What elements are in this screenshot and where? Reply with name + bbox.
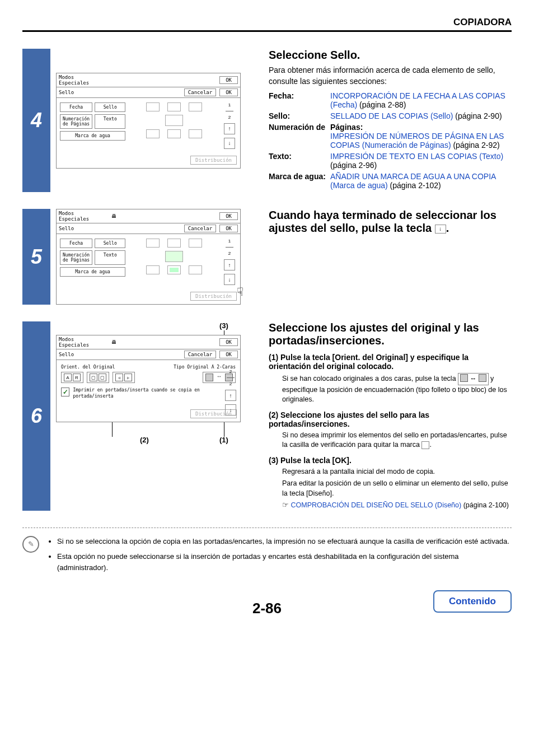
up-arrow-button[interactable]: ↑ — [224, 123, 235, 134]
cancel-button[interactable]: Cancelar — [184, 88, 216, 96]
sub-title: Sello — [59, 226, 74, 231]
step4-ui-panel: Modos Especiales OK Sello Cancelar OK Fe… — [56, 73, 241, 169]
step5-heading: Cuando haya terminado de seleccionar los… — [269, 209, 512, 235]
step4-definitions: Fecha: INCORPORACIÓN DE LA FECHA A LAS C… — [269, 91, 512, 190]
ui-title: Modos Especiales — [59, 74, 89, 86]
down-arrow-button[interactable]: ↓ — [224, 138, 235, 149]
step6-heading: Seleccione los ajustes del original y la… — [269, 321, 512, 347]
link-sello[interactable]: SELLADO DE LAS COPIAS (Sello) — [330, 111, 453, 120]
ui-title: Modos Especiales — [59, 211, 89, 222]
callout-2: (2) — [140, 436, 149, 444]
substep1-text: Si se han colocado originales a dos cara… — [282, 373, 512, 405]
substep1-heading: (1) Pulse la tecla [Orient. del Original… — [269, 353, 512, 371]
step6-ui-panel: Modos Especiales 🖶 OK Sello Cancelar OK — [56, 335, 241, 422]
pager-bottom: 2 — [229, 381, 232, 386]
callout-3: (3) — [219, 321, 228, 330]
step-4: 4 Modos Especiales OK Sello Cancelar OK … — [22, 49, 512, 192]
step4-intro: Para obtener más información acerca de c… — [269, 65, 512, 87]
printer-icon: 🖶 — [111, 339, 116, 345]
substep3-heading: (3) Pulse la tecla [OK]. — [269, 456, 512, 465]
def-num-term: Numeración de — [269, 123, 330, 132]
fecha-button[interactable]: Fecha — [60, 102, 92, 112]
down-arrow-button[interactable]: ↓ — [225, 404, 236, 416]
texto-button[interactable]: Texto — [95, 250, 125, 265]
printer-icon: 🖶 — [111, 213, 116, 219]
step-5: 5 Modos Especiales 🖶 OK Sello Cancelar O… — [22, 209, 512, 305]
cancel-button[interactable]: Cancelar — [184, 225, 216, 232]
step5-bar: 5 — [22, 209, 50, 305]
up-arrow-button[interactable]: ↑ — [225, 390, 236, 401]
numeracion-button[interactable]: Numeración de Páginas — [60, 250, 92, 265]
note-1: Si no se selecciona la opción de copia e… — [57, 536, 512, 547]
pager-top: 2 — [229, 369, 232, 374]
ok-button-2[interactable]: OK — [219, 225, 238, 232]
orient-option-2[interactable]: ▢▢ — [87, 372, 109, 383]
contenido-button[interactable]: Contenido — [433, 590, 512, 613]
substep3-text1: Regresará a la pantalla inicial del modo… — [282, 467, 512, 477]
pager-bottom: 2 — [228, 115, 231, 120]
numeracion-button[interactable]: Numeración de Páginas — [60, 114, 92, 129]
def-texto-term: Texto: — [269, 152, 330, 170]
step6-number: 6 — [31, 404, 42, 428]
link-fecha[interactable]: INCORPORACIÓN DE LA FECHA A LAS COPIAS (… — [330, 91, 505, 109]
def-fecha-term: Fecha: — [269, 91, 330, 109]
marca-button[interactable]: Marca de agua — [60, 267, 125, 277]
layout-preview — [130, 102, 218, 149]
sub-title: Sello — [59, 90, 74, 95]
sello-button[interactable]: Sello — [95, 239, 125, 248]
layout-preview — [130, 239, 218, 285]
step4-heading: Seleccione Sello. — [269, 49, 512, 62]
ok-button[interactable]: OK — [219, 76, 238, 84]
distribucion-button[interactable]: Distribución — [190, 156, 237, 165]
ok-button-2[interactable]: OK — [219, 351, 238, 358]
substep3-text2: Para editar la posición de un sello o el… — [282, 479, 512, 498]
up-arrow-button[interactable]: ↑ — [224, 259, 235, 270]
step4-number: 4 — [31, 109, 42, 132]
sello-button[interactable]: Sello — [95, 102, 125, 112]
step6-bar: 6 — [22, 321, 50, 511]
distribucion-button[interactable]: Distribución — [190, 292, 237, 301]
empty-checkbox-icon — [421, 441, 429, 449]
pointer-hand-icon: ☟ — [237, 285, 243, 298]
def-sello-term: Sello: — [269, 111, 330, 120]
marca-button[interactable]: Marca de agua — [60, 131, 125, 141]
substep3-link: ☞ COMPROBACIÓN DEL DISEÑO DEL SELLO (Dis… — [282, 501, 512, 511]
link-texto[interactable]: IMPRESIÓN DE TEXTO EN LAS COPIAS (Texto) — [330, 152, 503, 161]
sub-title: Sello — [59, 352, 74, 357]
down-key-icon: ↓ — [435, 225, 446, 234]
book-icon — [460, 374, 468, 382]
note-2: Esta opción no puede seleccionarse si la… — [57, 551, 512, 573]
page-icon — [479, 374, 486, 382]
orient-label: Orient. del Original — [61, 365, 115, 370]
orient-option-3[interactable]: ◃▹ — [113, 372, 135, 383]
step-6: 6 (3) Modos Especiales 🖶 OK Sello Cancel… — [22, 321, 512, 511]
cancel-button[interactable]: Cancelar — [184, 351, 216, 358]
def-marca-term: Marca de agua: — [269, 172, 330, 190]
step5-ui-panel: Modos Especiales 🖶 OK Sello Cancelar OK … — [56, 209, 241, 305]
note-icon: ✎ — [22, 536, 39, 553]
step4-bar: 4 — [22, 49, 50, 192]
substep2-heading: (2) Seleccione los ajustes del sello par… — [269, 410, 512, 428]
covers-checkbox-label: Imprimir en portadas/inserta cuando se c… — [73, 388, 236, 399]
ui-title: Modos Especiales — [59, 337, 89, 348]
link-diseno[interactable]: COMPROBACIÓN DEL DISEÑO DEL SELLO (Diseñ… — [291, 501, 461, 509]
step5-number: 5 — [31, 245, 42, 269]
texto-button[interactable]: Texto — [95, 114, 125, 129]
pager-bottom: 2 — [228, 251, 231, 256]
covers-checkbox[interactable]: ✓ — [61, 388, 69, 396]
page-header: COPIADORA — [22, 17, 512, 32]
book-icon — [205, 374, 213, 381]
ok-button[interactable]: OK — [219, 338, 238, 346]
fecha-button[interactable]: Fecha — [60, 239, 92, 248]
pager-top: 1 — [228, 102, 231, 108]
down-arrow-button[interactable]: ↓ — [224, 274, 235, 285]
divider — [22, 528, 512, 528]
ok-button-2[interactable]: OK — [219, 88, 238, 96]
pager-top: 1 — [228, 239, 231, 244]
substep2-text: Si no desea imprimir los elementos del s… — [282, 431, 512, 450]
ok-button[interactable]: OK — [219, 212, 238, 220]
callout-1: (1) — [219, 436, 228, 444]
notes-section: ✎ Si no se selecciona la opción de copia… — [22, 536, 512, 578]
orient-option-1[interactable]: AR — [61, 372, 83, 383]
